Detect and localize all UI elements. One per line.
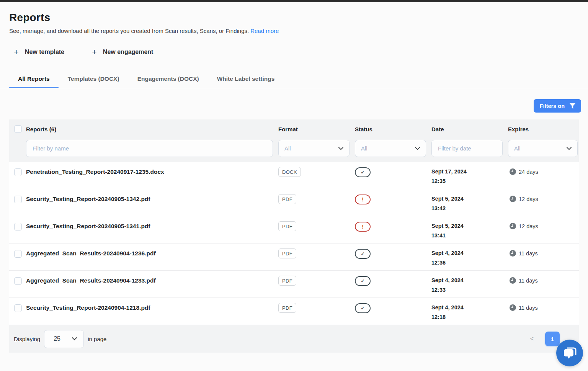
expires-text: 12 days — [519, 196, 538, 202]
per-page-select[interactable]: 25 — [44, 330, 84, 348]
check-icon: ✓ — [361, 252, 364, 256]
report-date: Sept 4, 2024 — [431, 250, 508, 256]
report-time: 13:41 — [431, 232, 508, 239]
plus-icon: + — [14, 48, 19, 56]
report-time: 12:36 — [431, 260, 508, 266]
status-pill: ✓ — [355, 249, 371, 259]
row-checkbox[interactable] — [14, 250, 22, 258]
table-row: Penetration_Testing_Report-20240917-1235… — [9, 162, 579, 189]
table-row: Security_Testing_Report-20240905-1341.pd… — [9, 216, 579, 244]
report-name[interactable]: Penetration_Testing_Report-20240917-1235… — [26, 168, 164, 175]
table-footer: Displaying 25 in page < 1 — [9, 325, 579, 353]
status-pill: ✓ — [355, 276, 371, 286]
table-header: Reports (6) Format Status Date Expires A… — [9, 119, 579, 162]
page-title: Reports — [9, 11, 579, 24]
check-icon: ✓ — [361, 170, 364, 175]
page-1-button[interactable]: 1 — [545, 332, 560, 346]
report-date: Sept 4, 2024 — [431, 277, 508, 283]
expires-text: 11 days — [519, 277, 538, 284]
report-name[interactable]: Aggregated_Scan_Results-20240904-1236.pd… — [26, 250, 156, 257]
previous-page-button[interactable]: < — [530, 335, 534, 342]
format-badge: PDF — [278, 276, 296, 286]
read-more-link[interactable]: Read more — [250, 28, 279, 34]
report-name[interactable]: Security_Testing_Report-20240904-1218.pd… — [26, 304, 150, 311]
filter-funnel-icon — [569, 103, 576, 109]
expires-filter-select[interactable]: All — [508, 140, 578, 157]
clock-icon — [510, 250, 516, 257]
header-actions: + New template + New engagement — [9, 48, 579, 56]
chevron-down-icon — [338, 147, 343, 150]
exclamation-icon: ! — [362, 197, 364, 202]
column-reports: Reports (6) — [26, 125, 278, 134]
filter-by-date-input[interactable] — [431, 140, 503, 157]
row-checkbox[interactable] — [14, 168, 22, 176]
filters-on-button[interactable]: Filters on — [534, 99, 581, 113]
table-row: Aggregated_Scan_Results-20240904-1233.pd… — [9, 271, 579, 298]
page-header: Reports See, manage, and download all th… — [0, 2, 588, 56]
clock-icon — [510, 168, 516, 175]
expires-text: 11 days — [519, 304, 538, 311]
row-checkbox[interactable] — [14, 223, 22, 230]
format-badge: DOCX — [278, 167, 301, 177]
report-name[interactable]: Security_Testing_Report-20240905-1342.pd… — [26, 196, 150, 202]
status-pill: ! — [355, 222, 371, 232]
column-format: Format — [278, 125, 355, 134]
report-date: Sept 17, 2024 — [431, 168, 508, 175]
report-date: Sept 5, 2024 — [431, 196, 508, 202]
report-time: 12:18 — [431, 314, 508, 320]
column-status: Status — [355, 125, 431, 134]
clock-icon — [510, 196, 516, 202]
format-badge: PDF — [278, 221, 296, 231]
in-page-label: in page — [88, 336, 106, 342]
filters-bar: Filters on — [0, 88, 588, 113]
status-pill: ! — [355, 194, 371, 204]
plus-icon: + — [92, 48, 97, 56]
report-date: Sept 4, 2024 — [431, 304, 508, 311]
status-pill: ✓ — [355, 167, 371, 177]
table-row: Aggregated_Scan_Results-20240904-1236.pd… — [9, 244, 579, 271]
format-filter-select[interactable]: All — [278, 140, 350, 157]
chevron-down-icon — [72, 337, 77, 340]
clock-icon — [510, 223, 516, 229]
check-icon: ✓ — [361, 279, 364, 283]
expires-text: 24 days — [519, 168, 538, 175]
expires-text: 12 days — [519, 223, 538, 229]
row-checkbox[interactable] — [14, 304, 22, 312]
status-pill: ✓ — [355, 303, 371, 313]
status-filter-select[interactable]: All — [355, 140, 426, 157]
column-date: Date — [431, 125, 508, 134]
table-row: Security_Testing_Report-20240904-1218.pd… — [9, 298, 579, 325]
tab-engagements-docx[interactable]: Engagements (DOCX) — [129, 69, 208, 88]
report-name[interactable]: Security_Testing_Report-20240905-1341.pd… — [26, 223, 150, 229]
page-description: See, manage, and download all the report… — [9, 28, 579, 34]
check-icon: ✓ — [361, 306, 364, 311]
exclamation-icon: ! — [362, 224, 364, 229]
chat-bubble-icon — [562, 345, 578, 361]
tab-all-reports[interactable]: All Reports — [9, 69, 59, 88]
filter-by-name-input[interactable] — [26, 140, 273, 157]
new-engagement-button[interactable]: + New engagement — [92, 48, 153, 56]
report-name[interactable]: Aggregated_Scan_Results-20240904-1233.pd… — [26, 277, 156, 284]
row-checkbox[interactable] — [14, 196, 22, 203]
report-time: 12:33 — [431, 287, 508, 293]
filter-row: All All All — [9, 140, 579, 157]
header-label-row: Reports (6) Format Status Date Expires — [9, 125, 579, 134]
report-time: 13:42 — [431, 205, 508, 211]
table-body: Penetration_Testing_Report-20240917-1235… — [9, 162, 579, 325]
clock-icon — [510, 277, 516, 284]
new-template-button[interactable]: + New template — [14, 48, 64, 56]
chat-widget-button[interactable] — [556, 340, 583, 366]
chevron-down-icon — [567, 147, 572, 150]
tab-templates-docx[interactable]: Templates (DOCX) — [59, 69, 128, 88]
expires-text: 11 days — [519, 250, 538, 257]
select-all-checkbox[interactable] — [14, 125, 22, 133]
clock-icon — [510, 304, 516, 311]
row-checkbox[interactable] — [14, 277, 22, 285]
format-badge: PDF — [278, 303, 296, 313]
table-row: Security_Testing_Report-20240905-1342.pd… — [9, 189, 579, 216]
tab-white-label-settings[interactable]: White Label settings — [208, 69, 284, 88]
reports-table: Reports (6) Format Status Date Expires A… — [9, 119, 579, 353]
format-badge: PDF — [278, 248, 296, 258]
displaying-label: Displaying — [14, 336, 40, 342]
report-date: Sept 5, 2024 — [431, 223, 508, 229]
